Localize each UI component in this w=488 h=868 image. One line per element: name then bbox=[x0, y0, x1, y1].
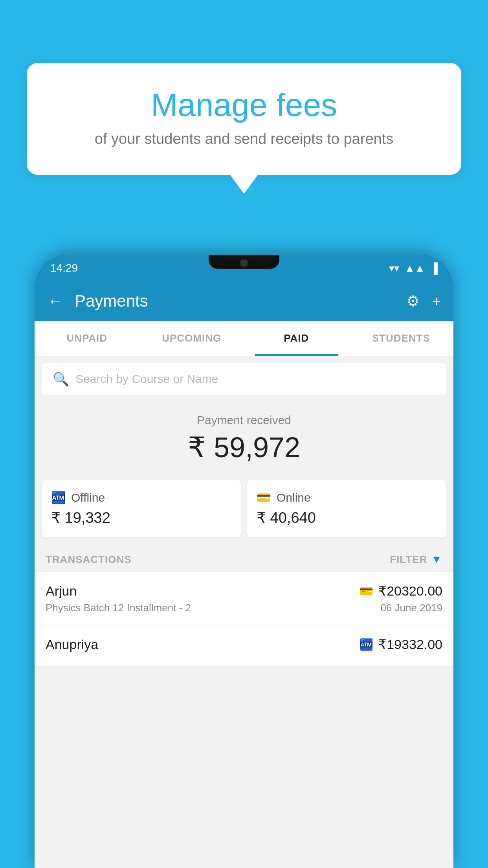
tab-unpaid[interactable]: UNPAID bbox=[35, 321, 139, 356]
tab-students[interactable]: STUDENTS bbox=[349, 321, 454, 356]
app-bar-actions: ⚙ + bbox=[406, 292, 441, 310]
offline-amount: ₹ 19,332 bbox=[51, 509, 231, 526]
filter-label: FILTER bbox=[390, 554, 427, 566]
screen-content: UNPAID UPCOMING PAID STUDENTS 🔍 Search b… bbox=[35, 321, 453, 868]
online-card: 💳 Online ₹ 40,640 bbox=[247, 480, 446, 537]
signal-icon: ▲▲ bbox=[405, 262, 425, 274]
back-button[interactable]: ← bbox=[47, 292, 64, 311]
transaction-name: Arjun bbox=[46, 583, 77, 599]
manage-fees-subtitle: of your students and send receipts to pa… bbox=[46, 131, 442, 147]
add-icon[interactable]: + bbox=[432, 293, 441, 310]
search-icon: 🔍 bbox=[53, 371, 69, 387]
app-bar: ← Payments ⚙ + bbox=[35, 281, 453, 321]
payment-cards: 🏧 Offline ₹ 19,332 💳 Online ₹ 40,640 bbox=[35, 480, 453, 547]
gear-icon[interactable]: ⚙ bbox=[406, 292, 420, 310]
table-row[interactable]: Anupriya 🏧 ₹19332.00 bbox=[35, 625, 453, 667]
transaction-description: Physics Batch 12 Installment - 2 bbox=[46, 602, 191, 614]
transactions-label: TRANSACTIONS bbox=[46, 554, 132, 566]
online-icon: 💳 bbox=[257, 491, 271, 504]
filter-icon: ▼ bbox=[431, 553, 442, 566]
offline-card: 🏧 Offline ₹ 19,332 bbox=[42, 480, 241, 537]
battery-icon: ▐ bbox=[431, 262, 438, 274]
camera bbox=[240, 259, 248, 267]
tab-upcoming[interactable]: UPCOMING bbox=[139, 321, 244, 356]
transaction-amount-wrap: 💳 ₹20320.00 bbox=[360, 583, 442, 599]
notch bbox=[209, 255, 279, 269]
search-bar[interactable]: 🔍 Search by Course or Name bbox=[42, 363, 446, 395]
manage-fees-title: Manage fees bbox=[46, 86, 442, 123]
search-placeholder: Search by Course or Name bbox=[75, 372, 218, 386]
tabs: UNPAID UPCOMING PAID STUDENTS bbox=[35, 321, 453, 356]
total-payment-amount: ₹ 59,972 bbox=[35, 431, 453, 464]
transactions-header: TRANSACTIONS FILTER ▼ bbox=[35, 547, 453, 572]
transaction-amount-wrap: 🏧 ₹19332.00 bbox=[360, 636, 442, 652]
offline-icon: 🏧 bbox=[51, 491, 66, 504]
table-row[interactable]: Arjun 💳 ₹20320.00 Physics Batch 12 Insta… bbox=[35, 572, 453, 625]
status-icons: ▾▾ ▲▲ ▐ bbox=[389, 262, 438, 274]
page-title: Payments bbox=[75, 292, 406, 311]
offline-label: Offline bbox=[71, 491, 105, 504]
cash-icon: 🏧 bbox=[360, 638, 373, 651]
online-label: Online bbox=[277, 491, 311, 504]
transaction-name: Anupriya bbox=[46, 637, 98, 652]
phone-frame: 14:29 ▾▾ ▲▲ ▐ ← Payments ⚙ + UNPAID UPCO… bbox=[35, 255, 453, 868]
tab-paid[interactable]: PAID bbox=[244, 321, 349, 356]
filter-button[interactable]: FILTER ▼ bbox=[390, 553, 442, 566]
wifi-icon: ▾▾ bbox=[389, 262, 399, 274]
transaction-amount: ₹19332.00 bbox=[378, 636, 442, 652]
payment-received: Payment received ₹ 59,972 bbox=[35, 402, 453, 473]
payment-received-label: Payment received bbox=[35, 414, 453, 427]
online-amount: ₹ 40,640 bbox=[257, 509, 437, 526]
speech-bubble: Manage fees of your students and send re… bbox=[27, 63, 461, 175]
credit-card-icon: 💳 bbox=[360, 585, 373, 598]
transaction-date: 06 June 2019 bbox=[380, 602, 442, 614]
transaction-amount: ₹20320.00 bbox=[378, 583, 442, 599]
status-time: 14:29 bbox=[50, 262, 78, 274]
